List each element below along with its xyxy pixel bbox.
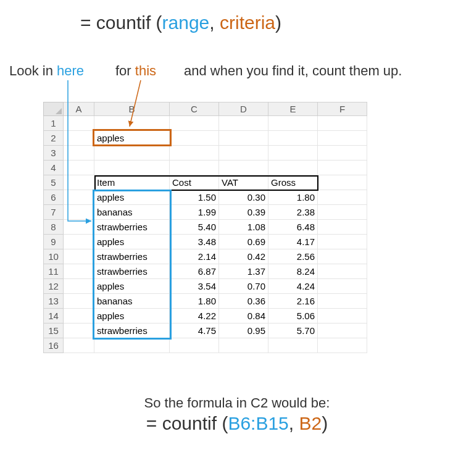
table-row[interactable]: apples	[94, 309, 170, 324]
row-header-14[interactable]: 14	[44, 309, 64, 324]
row-header-15[interactable]: 15	[44, 324, 64, 338]
summary-intro: So the formula in C2 would be:	[0, 395, 474, 411]
formula-range: range	[162, 12, 210, 33]
cell-A2[interactable]	[64, 131, 94, 146]
cell-D1[interactable]	[219, 116, 268, 131]
formula-open: (	[151, 12, 162, 33]
table-row[interactable]: strawberries	[94, 249, 170, 264]
summary: So the formula in C2 would be: = countif…	[0, 395, 474, 434]
summary-range: B6:B15	[228, 413, 288, 433]
header-gross[interactable]: Gross	[268, 175, 318, 190]
formula-eq: =	[80, 12, 96, 33]
summary-criteria: B2	[299, 413, 322, 433]
table-row[interactable]: bananas	[94, 294, 170, 309]
row-header-7[interactable]: 7	[44, 205, 64, 220]
row-header-3[interactable]: 3	[44, 146, 64, 161]
table-row[interactable]: strawberries	[94, 264, 170, 279]
row-header-6[interactable]: 6	[44, 190, 64, 205]
formula-syntax: = countif (range, criteria)	[80, 12, 281, 33]
col-header-C[interactable]: C	[170, 102, 219, 116]
row-header-16[interactable]: 16	[44, 338, 64, 353]
table-row[interactable]: strawberries	[94, 220, 170, 235]
cell-A1[interactable]	[64, 116, 94, 131]
header-vat[interactable]: VAT	[219, 175, 268, 190]
row-header-10[interactable]: 10	[44, 249, 64, 264]
row-header-5[interactable]: 5	[44, 175, 64, 190]
formula-fn: countif	[96, 12, 151, 33]
cell-C1[interactable]	[170, 116, 219, 131]
col-header-E[interactable]: E	[268, 102, 318, 116]
annotation-here: here	[57, 63, 84, 78]
col-header-D[interactable]: D	[219, 102, 268, 116]
cell-F2[interactable]	[318, 131, 367, 146]
select-all-corner[interactable]	[44, 102, 64, 116]
row-header-2[interactable]: 2	[44, 131, 64, 146]
table-row[interactable]: apples	[94, 279, 170, 294]
formula-close: )	[275, 12, 281, 33]
cell-D2[interactable]	[219, 131, 268, 146]
col-header-F[interactable]: F	[318, 102, 367, 116]
cell-B2[interactable]: apples	[94, 131, 170, 146]
header-cost[interactable]: Cost	[170, 175, 219, 190]
annotation-for-this: for this	[115, 63, 156, 79]
cell-B1[interactable]	[94, 116, 170, 131]
formula-criteria: criteria	[220, 12, 275, 33]
summary-formula: = countif (B6:B15, B2)	[0, 413, 474, 434]
cell-F1[interactable]	[318, 116, 367, 131]
spreadsheet: A B C D E F 1 2apples 3 4 5ItemCostVATGr…	[43, 102, 367, 353]
row-header-1[interactable]: 1	[44, 116, 64, 131]
col-header-B[interactable]: B	[94, 102, 170, 116]
col-header-A[interactable]: A	[64, 102, 94, 116]
annotation-look-in: Look in here	[9, 63, 84, 79]
row-header-4[interactable]: 4	[44, 161, 64, 175]
row-header-12[interactable]: 12	[44, 279, 64, 294]
header-item[interactable]: Item	[94, 175, 170, 190]
row-header-13[interactable]: 13	[44, 294, 64, 309]
table-row[interactable]: apples	[94, 190, 170, 205]
row-header-8[interactable]: 8	[44, 220, 64, 235]
table-row[interactable]: strawberries	[94, 324, 170, 338]
cell-E1[interactable]	[268, 116, 318, 131]
row-header-11[interactable]: 11	[44, 264, 64, 279]
formula-sep: ,	[209, 12, 220, 33]
table-row[interactable]: apples	[94, 235, 170, 249]
annotation-rest: and when you find it, count them up.	[184, 63, 402, 79]
table-row[interactable]: bananas	[94, 205, 170, 220]
row-header-9[interactable]: 9	[44, 235, 64, 249]
annotation-this: this	[135, 63, 156, 78]
cell-E2[interactable]	[268, 131, 318, 146]
cell-C2[interactable]	[170, 131, 219, 146]
